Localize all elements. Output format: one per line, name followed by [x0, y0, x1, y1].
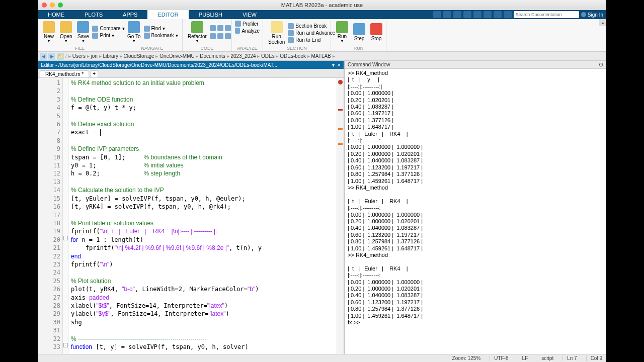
- command-pane: Command Window ⊙ >> RK4_method | t | y |…: [345, 61, 606, 354]
- folder-icon[interactable]: 📁: [57, 53, 64, 60]
- chevron-right-icon: ▸: [331, 53, 335, 59]
- tab-apps[interactable]: APPS: [113, 10, 147, 19]
- code-icon[interactable]: [210, 33, 231, 40]
- analyze-button[interactable]: Analyze: [235, 27, 260, 34]
- warning-mark[interactable]: [338, 143, 343, 145]
- print-button[interactable]: Print ▾: [92, 32, 124, 39]
- signin-button[interactable]: Sign In: [581, 12, 603, 18]
- save-button[interactable]: Save▼: [75, 20, 91, 44]
- group-label: SECTION: [287, 46, 307, 51]
- add-tab-button[interactable]: +: [90, 70, 98, 77]
- chevron-right-icon: ▸: [118, 53, 124, 59]
- section-break-button[interactable]: Section Break: [288, 23, 335, 30]
- run-button[interactable]: Run▼: [334, 20, 350, 44]
- forward-icon[interactable]: ▶: [48, 53, 55, 60]
- pane-menu-icon[interactable]: ⊙: [599, 61, 603, 68]
- open-button[interactable]: Open▼: [58, 20, 74, 44]
- chevron-right-icon: ▸: [225, 53, 231, 59]
- find-button[interactable]: Find ▾: [144, 25, 178, 32]
- editor-path: Editor - /Users/jon/Library/CloudStorage…: [41, 62, 277, 68]
- breadcrumb-item[interactable]: jon: [91, 53, 97, 59]
- run-advance-button[interactable]: Run and Advance: [288, 30, 335, 37]
- breadcrumb-item[interactable]: Users: [72, 53, 86, 59]
- chevron-right-icon: ▸: [306, 53, 311, 59]
- app-window: MATLAB R2023a - academic use HOME PLOTS …: [38, 0, 606, 362]
- qa-icon[interactable]: [463, 11, 471, 18]
- fold-icon[interactable]: −: [63, 236, 68, 240]
- window-title: MATLAB R2023a - academic use: [281, 2, 363, 8]
- search-input[interactable]: [514, 11, 579, 18]
- chevron-right-icon: ▸: [154, 53, 160, 59]
- breadcrumb-item[interactable]: MATLAB: [311, 53, 331, 59]
- error-mark[interactable]: [338, 109, 343, 111]
- back-icon[interactable]: ◀: [40, 53, 47, 60]
- tab-publish[interactable]: PUBLISH: [189, 10, 232, 19]
- close-icon[interactable]: [42, 3, 47, 8]
- command-prompt[interactable]: fx >>: [348, 319, 360, 325]
- close-icon[interactable]: ×: [338, 62, 341, 68]
- editor-body[interactable]: 1234567891011121314151617181920212223242…: [38, 78, 344, 354]
- group-label: FILE: [75, 46, 85, 51]
- path-bar: ◀ ▶ 📁 /▸ Users ▸ jon ▸ Library ▸ CloudSt…: [38, 52, 606, 61]
- tab-plots[interactable]: PLOTS: [74, 10, 113, 19]
- goto-button[interactable]: Go To▼: [125, 20, 143, 44]
- breadcrumb-item[interactable]: Documents: [200, 53, 225, 59]
- main-tabs: HOME PLOTS APPS EDITOR PUBLISH VIEW Sign…: [38, 10, 606, 19]
- qa-icon[interactable]: [494, 11, 502, 18]
- qa-icon[interactable]: [473, 11, 481, 18]
- error-icon[interactable]: [338, 80, 343, 84]
- titlebar: MATLAB R2023a - academic use: [38, 0, 606, 10]
- breadcrumb-item[interactable]: ODEs: [261, 53, 275, 59]
- tab-view[interactable]: VIEW: [232, 10, 267, 19]
- minimize-icon[interactable]: [50, 3, 55, 8]
- run-end-button[interactable]: Run to End: [288, 37, 335, 44]
- command-title: Command Window: [348, 62, 390, 67]
- new-button[interactable]: New▼: [41, 20, 57, 44]
- maximize-icon[interactable]: [58, 3, 63, 8]
- command-header: Command Window ⊙: [345, 61, 606, 69]
- tab-editor[interactable]: EDITOR: [147, 10, 188, 19]
- refactor-button[interactable]: Refactor▼: [186, 20, 209, 44]
- breadcrumb-item[interactable]: CloudStorage: [124, 53, 154, 59]
- breadcrumb-item[interactable]: ODEs-book: [280, 53, 306, 59]
- compare-button[interactable]: Compare ▾: [92, 25, 124, 32]
- status-col: Col 9: [586, 355, 602, 361]
- breadcrumb-item[interactable]: 2023_2024: [230, 53, 256, 59]
- group-label: CODE: [200, 46, 213, 51]
- ribbon: New▼ Open▼ Save▼ Compare ▾ Print ▾ FILE …: [38, 19, 606, 52]
- group-label: ANALYZE: [237, 46, 257, 51]
- command-output[interactable]: >> RK4_method | t | y | |:----:|:-------…: [345, 69, 606, 354]
- tab-home[interactable]: HOME: [38, 10, 74, 19]
- fold-icon[interactable]: −: [63, 343, 68, 347]
- profiler-button[interactable]: Profiler: [235, 20, 260, 27]
- dropdown-icon[interactable]: ▾: [332, 62, 335, 68]
- status-encoding[interactable]: UTF-8: [490, 355, 508, 361]
- file-tab[interactable]: RK4_method.m *: [40, 70, 89, 77]
- qa-icon[interactable]: [453, 11, 461, 18]
- line-gutter: 1234567891011121314151617181920212223242…: [38, 78, 63, 354]
- stop-button[interactable]: Stop: [368, 20, 384, 44]
- qa-icon[interactable]: [443, 11, 451, 18]
- chevron-right-icon: ▸: [86, 53, 91, 59]
- code-area[interactable]: % RK4 method solution to an initial valu…: [69, 78, 337, 354]
- file-tabs: RK4_method.m * +: [38, 69, 344, 78]
- breadcrumb-item[interactable]: OneDrive-MMU: [159, 53, 194, 59]
- chevron-right-icon: ▸: [256, 53, 261, 59]
- status-lineend[interactable]: LF: [518, 355, 528, 361]
- ribbon-collapse-icon[interactable]: ▴: [599, 19, 606, 26]
- qa-icon[interactable]: [484, 11, 492, 18]
- chevron-right-icon: ▸: [98, 53, 103, 59]
- breadcrumb-item[interactable]: Library: [103, 53, 118, 59]
- status-zoom[interactable]: Zoom: 125%: [448, 355, 481, 361]
- chevron-right-icon: ▸: [195, 53, 200, 59]
- code-icon[interactable]: [210, 25, 231, 32]
- qa-icon[interactable]: [433, 11, 441, 18]
- help-icon[interactable]: [504, 11, 512, 18]
- warning-mark[interactable]: [338, 128, 343, 130]
- step-button[interactable]: Step: [351, 20, 367, 44]
- statusbar: Zoom: 125% UTF-8 LF script Ln 7 Col 9: [38, 354, 606, 362]
- bookmark-button[interactable]: Bookmark ▾: [144, 32, 178, 39]
- traffic-lights: [42, 3, 63, 8]
- workspace: Editor - /Users/jon/Library/CloudStorage…: [38, 61, 606, 354]
- run-section-button[interactable]: Run Section: [266, 20, 287, 46]
